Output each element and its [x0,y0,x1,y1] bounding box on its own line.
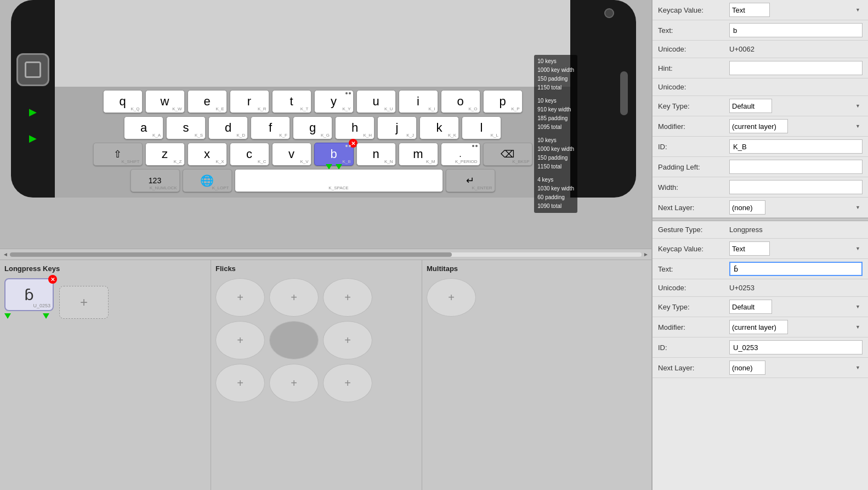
key-s[interactable]: s K_S [166,116,206,139]
key-c[interactable]: c K_C [230,143,269,166]
key-space[interactable]: K_SPACE [235,169,443,192]
key-shift[interactable]: ⇧ K_SHIFT [93,143,143,166]
arrow-left-1[interactable]: ▶ [29,106,37,118]
bottom-key-type-select[interactable]: Default Special Deadkey [729,300,772,314]
width-input[interactable] [729,180,863,194]
key-e[interactable]: e K_E [188,90,227,113]
bottom-key-type-label: Key Type: [658,303,729,311]
bottom-next-layer-select[interactable]: (none) default shift [729,361,765,375]
stats-row2: 10 keys910 key width185 padding1095 tota… [537,97,574,132]
longpress-row: ✕ ɓ U_0253 + [4,278,206,319]
flick-bot-right[interactable]: + [323,364,372,402]
key-z[interactable]: z K_Z [145,143,185,166]
scroll-bar-area: ◄ ► [0,249,651,260]
modifier-select[interactable]: (current layer) shift alt [729,119,788,133]
key-x[interactable]: x K_X [188,143,227,166]
key-b[interactable]: ✕ b K_B [314,143,354,166]
key-f[interactable]: f K_F [251,116,290,139]
text-input[interactable] [729,23,863,37]
key-n[interactable]: n K_N [356,143,396,166]
modifier-label: Modifier: [658,122,729,131]
key-y[interactable]: y K_Y [314,90,354,113]
multitap-add[interactable]: + [427,278,476,317]
flick-mid-right[interactable]: + [323,321,372,359]
key-v[interactable]: v K_V [272,143,311,166]
multitaps-panel: Multitaps + [422,260,651,490]
flick-mid-left[interactable]: + [215,321,265,359]
padding-left-input[interactable] [729,160,863,174]
key-o[interactable]: o K_O [441,90,480,113]
key-bksp[interactable]: ⌫ K_BKSP [483,143,532,166]
longpress-arrow-right [43,313,49,319]
key-m[interactable]: m K_M [399,143,438,166]
key-w[interactable]: w K_W [145,90,185,113]
id-input[interactable] [729,139,863,154]
bottom-modifier-label: Modifier: [658,323,729,331]
bottom-text-input[interactable] [729,262,863,276]
key-p[interactable]: p K_P [483,90,523,113]
key-t[interactable]: t K_T [272,90,311,113]
key-l[interactable]: l K_L [462,116,501,139]
key-enter[interactable]: ↵ K_ENTER [446,169,495,192]
key-period[interactable]: . K_PERIOD [441,143,480,166]
b-dot2 [345,145,348,147]
bottom-id-label: ID: [658,343,729,352]
arrow-left-2[interactable]: ▶ [29,132,37,144]
unicode-value: U+0062 [729,45,863,53]
longpress-char: ɓ [24,286,34,304]
key-i[interactable]: i K_I [399,90,438,113]
bottom-next-layer-label: Next Layer: [658,364,729,372]
prop-id: ID: [653,137,868,157]
flick-top-right[interactable]: + [323,278,372,317]
key-globe[interactable]: 🌐 K_LOPT [183,169,232,192]
gesture-type-label: Gesture Type: [658,226,729,234]
bottom-modifier-select[interactable]: (current layer) shift alt [729,320,788,334]
key-h[interactable]: h K_H [335,116,375,139]
right-panel: Keycap Value: Text Unicode Image Text: U… [651,0,868,490]
longpress-error: ✕ [48,275,57,284]
keycap-value-select[interactable]: Text Unicode Image [729,3,770,17]
prop-next-layer: Next Layer: (none) default shift [653,198,868,218]
bottom-unicode-value: U+0253 [729,284,863,292]
prop-modifier: Modifier: (current layer) shift alt [653,116,868,137]
key-r[interactable]: r K_R [230,90,269,113]
key-q[interactable]: q K_Q [103,90,143,113]
flick-center[interactable] [269,321,319,359]
hint-input[interactable] [729,61,863,75]
flick-bot-center[interactable]: + [269,364,319,402]
next-layer-select[interactable]: (none) default shift [729,200,765,215]
bottom-key-type-select-wrapper: Default Special Deadkey [729,300,863,314]
modifier-select-wrapper: (current layer) shift alt [729,119,863,133]
key-g[interactable]: g K_G [293,116,332,139]
flick-top-center[interactable]: + [269,278,319,317]
bottom-keycap-value-select[interactable]: Text Unicode Image [729,241,770,256]
period-dot2 [472,145,474,147]
h-scrollbar[interactable] [10,252,642,257]
flick-bot-left[interactable]: + [215,364,265,402]
prop-bottom-modifier: Modifier: (current layer) shift alt [653,317,868,337]
flick-top-left[interactable]: + [215,278,265,317]
key-type-select[interactable]: Default Special Deadkey [729,99,772,113]
key-d[interactable]: d K_D [208,116,248,139]
bottom-id-input[interactable] [729,340,863,354]
key-k[interactable]: k K_K [419,116,459,139]
home-button-inner [25,61,41,78]
key-u[interactable]: u K_U [356,90,396,113]
longpress-key-b[interactable]: ✕ ɓ U_0253 [4,278,54,311]
gesture-type-value: Longpress [729,226,863,234]
add-longpress-key-button[interactable]: + [59,286,109,319]
home-button[interactable] [16,53,49,86]
key-a[interactable]: a K_A [124,116,163,139]
prop-bottom-keycap-value: Keycap Value: Text Unicode Image [653,239,868,259]
key-j[interactable]: j K_J [377,116,417,139]
camera-dot [604,8,614,18]
prop-padding-left: Padding Left: [653,157,868,177]
bottom-section: Longpress Keys ✕ ɓ U_0253 + Flic [0,260,651,490]
key-numlock[interactable]: 123 K_NUMLOCK [131,169,180,192]
text-label: Text: [658,26,729,35]
scroll-right-arrow[interactable]: ► [642,250,650,259]
stats-panel: 10 keys1000 key width150 padding1150 tot… [534,55,577,213]
hint-unicode-label: Unicode: [658,83,729,91]
multitaps-title: Multitaps [427,264,647,273]
scroll-left-arrow[interactable]: ◄ [1,250,10,259]
